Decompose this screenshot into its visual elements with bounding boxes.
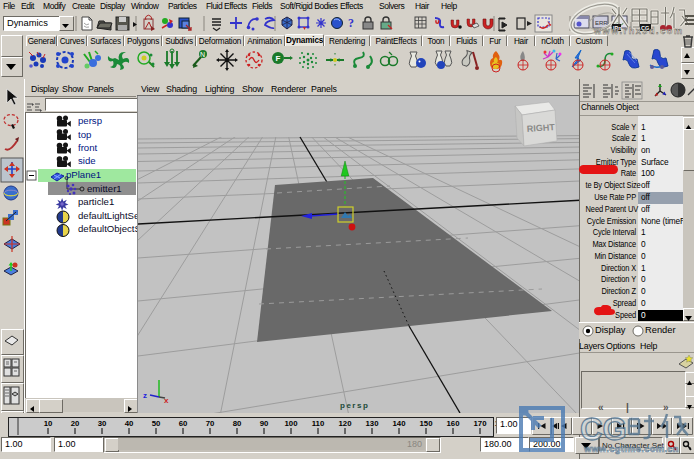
svg-text:persp: persp [340,401,369,410]
svg-text:|: | [626,402,629,413]
svg-text:»: » [663,402,669,413]
svg-text:www.rhxsd.com: www.rhxsd.com [593,26,683,36]
svg-text:CG: CG [580,412,627,447]
svg-text:x: x [164,396,169,405]
svg-text:«: « [598,402,604,413]
svg-text:?: ? [348,16,354,30]
svg-text:www.cgtime.com.cn: www.cgtime.com.cn [583,444,679,454]
svg-text:F: F [276,54,281,63]
svg-text:RIGHT: RIGHT [526,122,555,134]
svg-text:z: z [143,391,147,400]
